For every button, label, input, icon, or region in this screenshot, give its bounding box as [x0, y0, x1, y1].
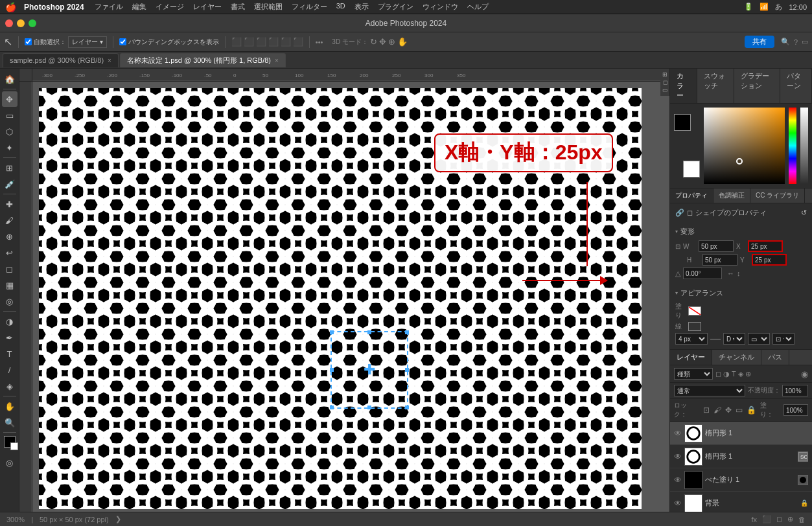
blend-mode-select[interactable]: 通常 — [674, 385, 745, 396]
auto-select-checkbox[interactable] — [25, 38, 32, 45]
help-icon[interactable]: ? — [794, 38, 798, 46]
align-top-icon[interactable]: ⬛ — [268, 37, 279, 47]
share-button[interactable]: 共有 — [745, 36, 774, 48]
tab-swatches[interactable]: スウォッチ — [697, 69, 734, 103]
align-center-h-icon[interactable]: ⬛ — [244, 37, 254, 47]
menu-view[interactable]: 表示 — [354, 2, 369, 12]
align-left-icon[interactable]: ⬛ — [231, 37, 242, 47]
minimize-button[interactable] — [17, 19, 25, 27]
handle-tl[interactable] — [330, 330, 334, 334]
layer-item-ellipse2[interactable]: 👁 楕円形 1 SO — [670, 445, 812, 468]
layer-item-bg[interactable]: 👁 背景 🔒 — [670, 492, 812, 512]
brush-tool[interactable]: 🖌 — [2, 212, 17, 228]
angle-input[interactable] — [683, 268, 722, 279]
reset-icon[interactable]: ↺ — [801, 209, 807, 217]
menu-window[interactable]: ウィンドウ — [423, 2, 458, 12]
doc-tab-1[interactable]: sample.psd @ 300% (RGB/8) × — [3, 53, 119, 67]
tab-paths[interactable]: パス — [761, 350, 789, 365]
menu-plugins[interactable]: プラグイン — [378, 2, 413, 12]
apple-logo[interactable]: 🍎 — [5, 2, 16, 12]
pen-tool[interactable]: ✒ — [2, 330, 17, 345]
lock-artboard-icon[interactable]: ▭ — [736, 406, 743, 415]
eyedropper-tool[interactable]: 💉 — [2, 176, 17, 192]
tab-channels[interactable]: チャンネル — [712, 350, 761, 365]
filter-smart-icon[interactable]: ⊕ — [745, 370, 751, 378]
filter-adj-icon[interactable]: ◑ — [723, 370, 730, 378]
align-right-icon[interactable]: ⬛ — [256, 37, 266, 47]
menu-type[interactable]: 書式 — [231, 2, 245, 12]
width-input[interactable] — [699, 240, 734, 252]
flip-v-icon[interactable]: ↕ — [737, 269, 741, 277]
lock-image-icon[interactable]: 🖌 — [713, 406, 721, 415]
stroke-dash-select[interactable]: D ▾ — [723, 333, 745, 345]
tab-patterns[interactable]: パターン — [780, 69, 812, 103]
layer-kind-select[interactable]: 種類 — [674, 368, 713, 380]
panel-icon-2[interactable]: ◻ — [662, 79, 668, 86]
align-bottom-icon[interactable]: ⬛ — [293, 37, 303, 47]
auto-select-dropdown[interactable]: レイヤー ▾ — [68, 36, 107, 48]
color-saturation-value[interactable] — [704, 108, 785, 184]
menu-filter[interactable]: フィルター — [292, 2, 327, 12]
eraser-tool[interactable]: ◻ — [2, 261, 17, 277]
canvas-area[interactable]: -300 -250 -200 -150 -100 -50 0 50 100 15… — [19, 69, 669, 512]
select-rect-tool[interactable]: ▭ — [2, 108, 17, 123]
text-tool[interactable]: T — [2, 346, 17, 361]
tab-properties[interactable]: プロパティ — [670, 189, 713, 203]
history-brush-tool[interactable]: ↩ — [2, 245, 17, 260]
zoom-tool[interactable]: 🔍 — [2, 415, 17, 430]
status-icon-4[interactable]: ⊕ — [787, 515, 793, 523]
move-tool[interactable]: ✥ — [2, 91, 17, 107]
tab-gradients[interactable]: グラデーション — [734, 69, 780, 103]
search-icon[interactable]: 🔍 — [781, 38, 790, 46]
background-swatch[interactable] — [10, 442, 18, 450]
handle-mr[interactable] — [405, 368, 409, 372]
doc-tab-2[interactable]: 名称未設定 1.psd @ 300% (楕円形 1, RGB/8) × — [120, 53, 286, 67]
stroke-width-select[interactable]: 4 px 2 px 6 px — [675, 333, 708, 345]
3d-pan-icon[interactable]: ✋ — [397, 37, 408, 47]
opacity-input[interactable] — [782, 385, 808, 396]
quick-mask-tool[interactable]: ◎ — [2, 455, 17, 470]
heal-tool[interactable]: ✚ — [2, 196, 17, 212]
tab1-close-icon[interactable]: × — [108, 57, 111, 64]
hue-slider[interactable] — [789, 108, 796, 184]
lasso-tool[interactable]: ⬡ — [2, 124, 17, 139]
status-icon-5[interactable]: 🗑 — [798, 516, 806, 523]
menu-layer[interactable]: レイヤー — [193, 2, 222, 12]
height-input[interactable] — [702, 254, 737, 266]
tab-color[interactable]: カラー — [670, 69, 697, 103]
3d-move-icon[interactable]: ✥ — [379, 37, 386, 47]
path-select-tool[interactable]: / — [2, 362, 17, 378]
foreground-swatch[interactable] — [4, 436, 16, 448]
color-picker-cursor[interactable] — [736, 158, 743, 165]
stroke-style-1[interactable]: — — [710, 333, 721, 345]
maximize-button[interactable] — [29, 19, 36, 27]
flip-h-icon[interactable]: ↔ — [727, 269, 734, 277]
menu-file[interactable]: ファイル — [95, 2, 123, 12]
status-icon-2[interactable]: ⬛ — [762, 515, 771, 523]
tab2-close-icon[interactable]: × — [275, 57, 279, 64]
tab-cc-libraries[interactable]: CC ライブラリ — [750, 189, 805, 203]
home-tool[interactable]: 🏠 — [2, 71, 17, 87]
layer-vis-ellipse1[interactable]: 👁 — [674, 429, 682, 438]
filter-pixel-icon[interactable]: ◻ — [715, 370, 721, 378]
y-input[interactable] — [752, 254, 787, 266]
more-options-icon[interactable]: ••• — [316, 38, 323, 46]
panel-toggle-icon[interactable]: ▭ — [802, 38, 808, 46]
handle-bm[interactable] — [367, 406, 371, 409]
bounding-box-checkbox[interactable] — [119, 38, 126, 45]
background-color-swatch[interactable] — [683, 161, 700, 177]
menu-3d[interactable]: 3D — [336, 2, 345, 12]
handle-tm[interactable] — [367, 330, 371, 334]
handle-bl[interactable] — [330, 406, 334, 409]
tab-adjustments[interactable]: 色調補正 — [713, 189, 750, 203]
lock-position-icon[interactable]: ✥ — [725, 406, 732, 415]
stroke-end-select[interactable]: ▭ ▾ — [748, 333, 770, 345]
menu-edit[interactable]: 編集 — [132, 2, 146, 12]
layer-item-fill[interactable]: 👁 べた塗り 1 — [670, 468, 812, 492]
x-input[interactable] — [748, 240, 783, 252]
menu-select[interactable]: 選択範囲 — [254, 2, 283, 12]
status-icon-1[interactable]: fx — [751, 516, 757, 523]
crop-tool[interactable]: ⊞ — [2, 160, 17, 176]
shape-tool[interactable]: ◈ — [2, 378, 17, 394]
blur-tool[interactable]: ◎ — [2, 293, 17, 309]
